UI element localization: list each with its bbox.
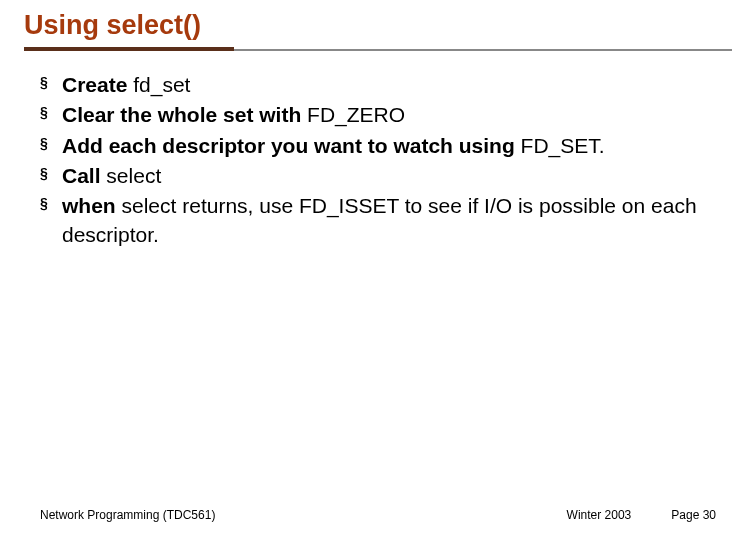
bullet-rest: select	[106, 164, 161, 187]
bullet-icon: §	[40, 103, 48, 122]
bullet-icon: §	[40, 134, 48, 153]
rule-dark	[24, 47, 234, 51]
list-item: § Clear the whole set with FD_ZERO	[40, 101, 716, 129]
bullet-bold: Call	[62, 164, 106, 187]
bullet-bold: Add each descriptor you want to watch us…	[62, 134, 521, 157]
list-item: § Create fd_set	[40, 71, 716, 99]
bullet-rest: FD_SET.	[521, 134, 605, 157]
content-area: § Create fd_set § Clear the whole set wi…	[0, 51, 756, 249]
bullet-rest: FD_ZERO	[307, 103, 405, 126]
title-rule	[24, 47, 732, 51]
title-block: Using select()	[0, 0, 756, 51]
footer-right-group: Winter 2003 Page 30	[567, 508, 716, 522]
bullet-bold: when	[62, 194, 122, 217]
slide-title: Using select()	[24, 10, 732, 41]
list-item: § Add each descriptor you want to watch …	[40, 132, 716, 160]
bullet-bold: Create	[62, 73, 133, 96]
bullet-bold: Clear the whole set with	[62, 103, 307, 126]
bullet-icon: §	[40, 73, 48, 92]
rule-light	[234, 49, 732, 51]
bullet-rest: select returns, use FD_ISSET to see if I…	[62, 194, 697, 245]
footer-center: Winter 2003	[567, 508, 632, 522]
footer: Network Programming (TDC561) Winter 2003…	[0, 508, 756, 522]
footer-left: Network Programming (TDC561)	[40, 508, 215, 522]
bullet-rest: fd_set	[133, 73, 190, 96]
slide: Using select() § Create fd_set § Clear t…	[0, 0, 756, 540]
bullet-list: § Create fd_set § Clear the whole set wi…	[40, 71, 716, 249]
bullet-icon: §	[40, 194, 48, 213]
bullet-icon: §	[40, 164, 48, 183]
list-item: § when select returns, use FD_ISSET to s…	[40, 192, 716, 249]
footer-page: Page 30	[671, 508, 716, 522]
list-item: § Call select	[40, 162, 716, 190]
